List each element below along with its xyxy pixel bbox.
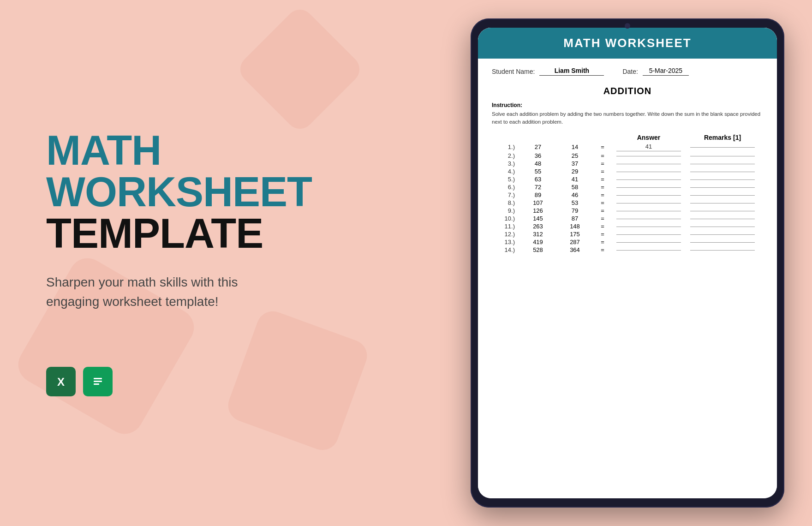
- prob-n2-2: 25: [556, 152, 593, 159]
- prob-eq-10: =: [593, 215, 612, 222]
- prob-n2-8: 53: [556, 199, 593, 206]
- prob-n2-14: 364: [556, 246, 593, 253]
- prob-n1-5: 63: [519, 176, 556, 183]
- prob-eq-8: =: [593, 199, 612, 206]
- col-header-answer: Answer: [612, 134, 686, 141]
- prob-eq-9: =: [593, 207, 612, 214]
- prob-remarks-1: [690, 146, 755, 148]
- prob-eq-13: =: [593, 239, 612, 245]
- prob-remarks-9: [690, 210, 755, 211]
- instruction-label: Instruction:: [478, 99, 777, 110]
- problem-row: 14.) 528 364 =: [478, 246, 777, 253]
- prob-n1-13: 419: [519, 239, 556, 245]
- problem-row: 1.) 27 14 = 41: [478, 143, 777, 151]
- excel-logo-svg: X: [52, 373, 70, 390]
- prob-n2-5: 41: [556, 176, 593, 183]
- problem-row: 9.) 126 79 =: [478, 207, 777, 214]
- prob-n2-9: 79: [556, 207, 593, 214]
- col-header-remarks: Remarks [1]: [686, 134, 759, 141]
- problem-row: 11.) 263 148 =: [478, 223, 777, 230]
- prob-n2-7: 46: [556, 191, 593, 198]
- prob-num-6: 6.): [492, 184, 519, 191]
- prob-num-3: 3.): [492, 160, 519, 167]
- excel-icon[interactable]: X: [46, 367, 76, 396]
- prob-remarks-5: [690, 179, 755, 180]
- date-label: Date:: [622, 68, 638, 75]
- prob-num-8: 8.): [492, 199, 519, 206]
- problem-row: 5.) 63 41 =: [478, 176, 777, 183]
- prob-num-7: 7.): [492, 191, 519, 198]
- prob-eq-2: =: [593, 152, 612, 159]
- problem-row: 12.) 312 175 =: [478, 231, 777, 238]
- problem-row: 2.) 36 25 =: [478, 152, 777, 159]
- prob-n2-6: 58: [556, 184, 593, 191]
- tablet-screen: MATH WORKSHEET Student Name: Liam Smith …: [478, 28, 777, 498]
- problem-row: 7.) 89 46 =: [478, 191, 777, 198]
- prob-n1-14: 528: [519, 246, 556, 253]
- problem-row: 13.) 419 287 =: [478, 239, 777, 245]
- prob-eq-14: =: [593, 246, 612, 253]
- prob-num-1: 1.): [492, 143, 519, 150]
- student-name-value: Liam Smith: [539, 67, 604, 76]
- prob-n1-2: 36: [519, 152, 556, 159]
- prob-answer-11: [616, 226, 681, 227]
- svg-text:X: X: [57, 376, 65, 388]
- prob-num-14: 14.): [492, 246, 519, 253]
- prob-answer-2: [616, 155, 681, 156]
- prob-answer-4: [616, 171, 681, 172]
- prob-n2-4: 29: [556, 168, 593, 175]
- google-sheets-icon[interactable]: [83, 367, 113, 396]
- prob-answer-1: 41: [616, 143, 681, 151]
- worksheet-title: MATH WORKSHEET: [563, 36, 691, 50]
- prob-num-4: 4.): [492, 168, 519, 175]
- prob-remarks-6: [690, 186, 755, 188]
- tablet-frame: MATH WORKSHEET Student Name: Liam Smith …: [471, 18, 784, 508]
- prob-eq-4: =: [593, 168, 612, 175]
- prob-num-12: 12.): [492, 231, 519, 238]
- prob-remarks-11: [690, 226, 755, 227]
- prob-num-10: 10.): [492, 215, 519, 222]
- prob-eq-6: =: [593, 184, 612, 191]
- prob-eq-7: =: [593, 191, 612, 198]
- prob-n1-12: 312: [519, 231, 556, 238]
- prob-n2-11: 148: [556, 223, 593, 230]
- prob-remarks-12: [690, 233, 755, 235]
- prob-answer-12: [616, 233, 681, 235]
- svg-rect-5: [94, 383, 99, 385]
- subtitle-text: Sharpen your math skills with this engag…: [46, 273, 240, 311]
- prob-answer-10: [616, 218, 681, 219]
- student-name-label: Student Name:: [492, 68, 535, 75]
- app-icons-row: X: [46, 367, 304, 396]
- prob-n1-4: 55: [519, 168, 556, 175]
- prob-n2-3: 37: [556, 160, 593, 167]
- prob-n1-6: 72: [519, 184, 556, 191]
- prob-answer-7: [616, 194, 681, 196]
- tablet-device: MATH WORKSHEET Student Name: Liam Smith …: [471, 18, 784, 508]
- prob-num-13: 13.): [492, 239, 519, 245]
- prob-num-9: 9.): [492, 207, 519, 214]
- prob-remarks-13: [690, 241, 755, 243]
- prob-n1-9: 126: [519, 207, 556, 214]
- prob-answer-14: [616, 249, 681, 251]
- problem-row: 4.) 55 29 =: [478, 168, 777, 175]
- worksheet-meta: Student Name: Liam Smith Date: 5-Mar-202…: [478, 59, 777, 80]
- problem-row: 8.) 107 53 =: [478, 199, 777, 206]
- prob-num-2: 2.): [492, 152, 519, 159]
- prob-n2-10: 87: [556, 215, 593, 222]
- prob-n1-3: 48: [519, 160, 556, 167]
- svg-rect-3: [94, 378, 102, 379]
- prob-eq-3: =: [593, 160, 612, 167]
- prob-n1-10: 145: [519, 215, 556, 222]
- tablet-camera: [625, 23, 630, 29]
- prob-answer-3: [616, 163, 681, 164]
- prob-remarks-2: [690, 155, 755, 156]
- problems-header: Answer Remarks [1]: [478, 134, 777, 141]
- problem-row: 3.) 48 37 =: [478, 160, 777, 167]
- main-title: MATH WORKSHEET TEMPLATE: [46, 130, 304, 254]
- prob-eq-11: =: [593, 223, 612, 230]
- prob-num-5: 5.): [492, 176, 519, 183]
- sheets-logo-svg: [89, 373, 107, 390]
- prob-n2-12: 175: [556, 231, 593, 238]
- prob-n1-8: 107: [519, 199, 556, 206]
- left-panel: MATH WORKSHEET TEMPLATE Sharpen your mat…: [28, 0, 304, 526]
